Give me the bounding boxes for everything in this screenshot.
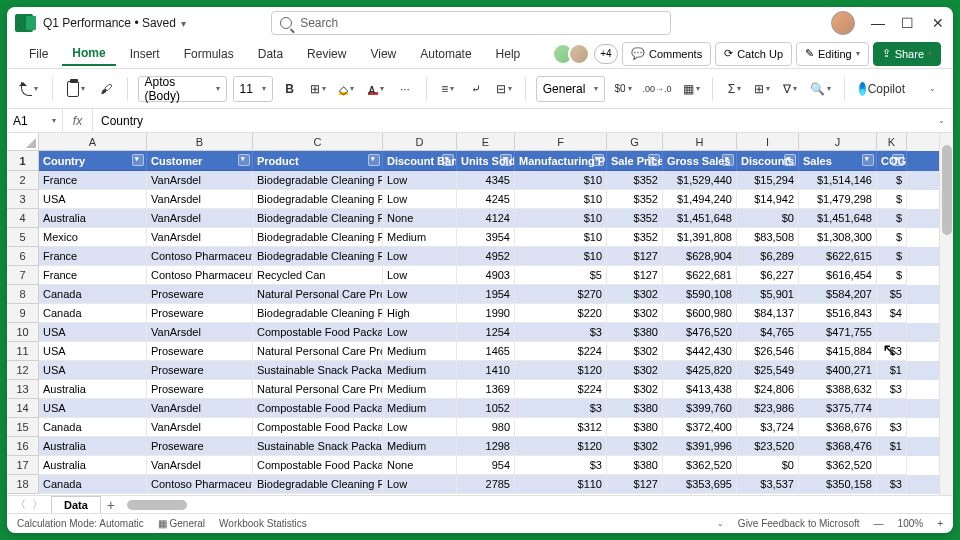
- row-header[interactable]: 11: [7, 342, 39, 361]
- row-header[interactable]: 14: [7, 399, 39, 418]
- cell[interactable]: $127: [607, 475, 663, 494]
- col-header[interactable]: B: [147, 133, 253, 151]
- cell[interactable]: Compostable Food Packaging: [253, 399, 383, 418]
- cell[interactable]: Natural Personal Care Products: [253, 342, 383, 361]
- name-box[interactable]: A1▾: [7, 109, 63, 132]
- cell[interactable]: Biodegradable Cleaning Products: [253, 190, 383, 209]
- share-button[interactable]: ⇪ Share ▾: [873, 42, 941, 66]
- col-header[interactable]: G: [607, 133, 663, 151]
- find-button[interactable]: 🔍▾: [807, 76, 833, 102]
- cell[interactable]: $110: [515, 475, 607, 494]
- cell[interactable]: $1,308,300: [799, 228, 877, 247]
- cell[interactable]: $4: [877, 304, 907, 323]
- filter-icon[interactable]: [500, 154, 512, 166]
- borders-button[interactable]: ⊞▾: [307, 76, 329, 102]
- cell[interactable]: $127: [607, 266, 663, 285]
- col-header[interactable]: I: [737, 133, 799, 151]
- cell[interactable]: $83,508: [737, 228, 799, 247]
- cell[interactable]: $352: [607, 209, 663, 228]
- cell[interactable]: $312: [515, 418, 607, 437]
- user-avatar[interactable]: [831, 11, 855, 35]
- cell[interactable]: $362,520: [799, 456, 877, 475]
- tab-automate[interactable]: Automate: [410, 43, 481, 65]
- zoom-out-button[interactable]: —: [874, 518, 884, 529]
- table-header-cell[interactable]: Sale Price: [607, 151, 663, 171]
- cell[interactable]: Australia: [39, 456, 147, 475]
- col-header[interactable]: K: [877, 133, 907, 151]
- cell[interactable]: $6,227: [737, 266, 799, 285]
- cell[interactable]: Sustainable Snack Packaging: [253, 361, 383, 380]
- col-header[interactable]: J: [799, 133, 877, 151]
- cell[interactable]: $3: [515, 323, 607, 342]
- filter-icon[interactable]: [238, 154, 250, 166]
- font-color-button[interactable]: ▾: [364, 76, 388, 102]
- cell[interactable]: Low: [383, 266, 457, 285]
- cell[interactable]: Medium: [383, 228, 457, 247]
- cell[interactable]: USA: [39, 399, 147, 418]
- cell[interactable]: Compostable Food Packaging: [253, 323, 383, 342]
- cell[interactable]: $1: [877, 361, 907, 380]
- cell[interactable]: $302: [607, 380, 663, 399]
- cell[interactable]: 1298: [457, 437, 515, 456]
- cell[interactable]: Medium: [383, 399, 457, 418]
- cell[interactable]: $: [877, 228, 907, 247]
- cell[interactable]: Proseware: [147, 285, 253, 304]
- cell[interactable]: Recycled Can: [253, 266, 383, 285]
- filter-icon[interactable]: [592, 154, 604, 166]
- cell[interactable]: 1465: [457, 342, 515, 361]
- row-header[interactable]: 8: [7, 285, 39, 304]
- cell[interactable]: $0: [737, 456, 799, 475]
- tab-formulas[interactable]: Formulas: [174, 43, 244, 65]
- formula-input[interactable]: Country⌄: [93, 109, 953, 132]
- cell[interactable]: $23,986: [737, 399, 799, 418]
- cell[interactable]: $628,904: [663, 247, 737, 266]
- cell[interactable]: $622,615: [799, 247, 877, 266]
- cell[interactable]: $3: [877, 475, 907, 494]
- font-name-select[interactable]: Aptos (Body)▾: [138, 76, 227, 102]
- cell[interactable]: $25,549: [737, 361, 799, 380]
- cell[interactable]: VanArsdel: [147, 323, 253, 342]
- table-header-cell[interactable]: Manufacturing Price: [515, 151, 607, 171]
- cell[interactable]: $3: [515, 456, 607, 475]
- add-sheet-button[interactable]: +: [101, 497, 121, 513]
- cell[interactable]: VanArsdel: [147, 209, 253, 228]
- cell[interactable]: $127: [607, 247, 663, 266]
- cell[interactable]: None: [383, 209, 457, 228]
- cell[interactable]: $352: [607, 171, 663, 190]
- presence-avatar[interactable]: [568, 43, 590, 65]
- cell[interactable]: $1,514,146: [799, 171, 877, 190]
- col-header[interactable]: H: [663, 133, 737, 151]
- copilot-button[interactable]: Copilot: [855, 76, 909, 102]
- cell[interactable]: USA: [39, 342, 147, 361]
- row-header[interactable]: 17: [7, 456, 39, 475]
- tab-file[interactable]: File: [19, 43, 58, 65]
- cell[interactable]: $120: [515, 361, 607, 380]
- cell[interactable]: $352: [607, 190, 663, 209]
- table-header-cell[interactable]: COGS: [877, 151, 907, 171]
- cell[interactable]: $391,996: [663, 437, 737, 456]
- tab-data[interactable]: Data: [248, 43, 293, 65]
- cell[interactable]: Canada: [39, 285, 147, 304]
- cell[interactable]: $1,451,648: [663, 209, 737, 228]
- cell[interactable]: $3: [877, 380, 907, 399]
- wrap-text-button[interactable]: ⤶: [465, 76, 487, 102]
- fx-icon[interactable]: fx: [63, 109, 93, 132]
- cell[interactable]: $302: [607, 285, 663, 304]
- cell[interactable]: $220: [515, 304, 607, 323]
- cell[interactable]: Canada: [39, 304, 147, 323]
- filter-icon[interactable]: [784, 154, 796, 166]
- cell[interactable]: VanArsdel: [147, 399, 253, 418]
- cell[interactable]: VanArsdel: [147, 228, 253, 247]
- cell[interactable]: Proseware: [147, 380, 253, 399]
- row-header[interactable]: 10: [7, 323, 39, 342]
- insert-cells-button[interactable]: ⊞▾: [751, 76, 773, 102]
- cell[interactable]: USA: [39, 190, 147, 209]
- cell[interactable]: $3,724: [737, 418, 799, 437]
- row-header[interactable]: 15: [7, 418, 39, 437]
- cell[interactable]: $1,451,648: [799, 209, 877, 228]
- cell[interactable]: $600,980: [663, 304, 737, 323]
- cell[interactable]: Sustainable Snack Packaging: [253, 437, 383, 456]
- cell[interactable]: Biodegradable Cleaning Products: [253, 475, 383, 494]
- select-all-button[interactable]: [7, 133, 39, 151]
- cell[interactable]: $471,755: [799, 323, 877, 342]
